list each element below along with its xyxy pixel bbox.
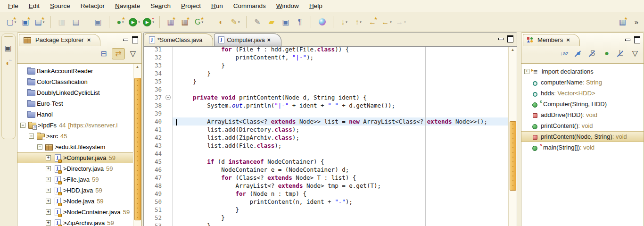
expander-icon[interactable]: + bbox=[46, 209, 51, 215]
tree-item-Directory.java[interactable]: +> Directory.java59 bbox=[17, 163, 141, 174]
expander-icon[interactable]: + bbox=[46, 155, 51, 160]
editor-tab-SomeClass.java[interactable]: J*SomeClass.java bbox=[145, 33, 213, 46]
new-project-button[interactable]: ▣★ bbox=[19, 16, 32, 28]
code-area[interactable]: 31 for (File f : hdd.get(File.class)) {3… bbox=[144, 47, 517, 226]
close-icon[interactable]: × bbox=[566, 36, 570, 43]
code-line-48[interactable]: 48 ArrayList<? extends Node> tmp = e.get… bbox=[144, 182, 517, 190]
expander-icon[interactable]: + bbox=[46, 199, 51, 204]
expander-icon[interactable]: + bbox=[46, 188, 51, 193]
tree-item-Euro-Test[interactable]: Euro-Test bbox=[17, 98, 141, 109]
tree-item-ColorClassification[interactable]: ColorClassification bbox=[17, 76, 141, 87]
tree-item-src[interactable]: −> src45 bbox=[17, 131, 141, 142]
maximize-icon[interactable] bbox=[132, 36, 138, 43]
tree-item-BankAccountReader[interactable]: BankAccountReader bbox=[17, 66, 141, 76]
java-perspective-button[interactable] bbox=[315, 16, 329, 28]
run-button[interactable]: ▶▾ bbox=[128, 16, 141, 28]
view-menu-button[interactable]: ▽ bbox=[629, 48, 641, 59]
expander-icon[interactable]: + bbox=[46, 220, 51, 226]
open-type-button[interactable]: ◐ bbox=[215, 16, 228, 28]
menu-source[interactable]: Source bbox=[45, 1, 75, 11]
prev-annotation-button[interactable]: ↑▾ bbox=[352, 16, 365, 28]
collapse-all-button[interactable]: ⊟ bbox=[98, 49, 110, 59]
code-line-36[interactable]: 36 bbox=[144, 85, 517, 93]
expander-icon[interactable]: + bbox=[46, 166, 51, 171]
menu-refactor[interactable]: Refactor bbox=[75, 1, 110, 11]
member-hdds[interactable]: hdds : Vector<HDD> bbox=[521, 88, 644, 99]
tree-item-Node.java[interactable]: +> Node.java59 bbox=[17, 196, 141, 207]
code-line-40[interactable]: 40 ArrayList<Class<? extends Node>> list… bbox=[144, 117, 517, 126]
last-edit-location-button[interactable]: ←★ bbox=[366, 16, 379, 28]
minimize-icon[interactable] bbox=[498, 37, 503, 41]
tree-item-ZipArchiv.java[interactable]: +> ZipArchiv.java59 bbox=[17, 218, 141, 226]
link-editor-button[interactable]: ⇄ bbox=[112, 48, 125, 59]
mark-occurrences-button[interactable]: ✎ bbox=[251, 16, 264, 28]
minimize-icon[interactable] bbox=[625, 38, 630, 42]
menu-edit[interactable]: Edit bbox=[24, 1, 45, 11]
tree-item-Computer.java[interactable]: +> Computer.java59 bbox=[17, 152, 141, 163]
show-source-button[interactable]: ▣ bbox=[279, 16, 292, 28]
menu-file[interactable]: File bbox=[3, 1, 24, 11]
code-line-34[interactable]: 34 } bbox=[144, 69, 517, 77]
fold-collapse-icon[interactable]: − bbox=[165, 95, 171, 100]
open-perspective-button[interactable]: ◐← bbox=[2, 57, 14, 69]
code-line-38[interactable]: 38 System.out.println("|-" + ident + " "… bbox=[144, 101, 517, 109]
maximize-icon[interactable] bbox=[507, 35, 513, 42]
scroll-up-icon[interactable]: ▲ bbox=[133, 64, 141, 70]
copy-button[interactable]: ▣ bbox=[91, 16, 105, 28]
code-line-53[interactable]: 53 } bbox=[144, 222, 517, 226]
back-button[interactable]: ←▾ bbox=[380, 16, 393, 28]
next-annotation-button[interactable]: ↓▾ bbox=[338, 16, 351, 28]
code-line-31[interactable]: 31 for (File f : hdd.get(File.class)) { bbox=[144, 47, 517, 53]
close-icon[interactable]: × bbox=[87, 36, 91, 43]
code-line-52[interactable]: 52 } bbox=[144, 214, 517, 222]
code-line-43[interactable]: 43 list.add(File.class); bbox=[144, 142, 517, 150]
expander-icon[interactable]: − bbox=[29, 134, 34, 139]
menu-navigate[interactable]: Navigate bbox=[110, 1, 145, 11]
expander-icon[interactable]: + bbox=[524, 69, 529, 74]
editor-tab-Computer.java[interactable]: JComputer.java× bbox=[214, 33, 281, 46]
tree-item-Hanoi[interactable]: Hanoi bbox=[17, 109, 141, 120]
code-line-35[interactable]: 35 } bbox=[144, 77, 517, 85]
tree-item-DoublyLinkedCyclicList[interactable]: DoublyLinkedCyclicList bbox=[17, 87, 141, 98]
scroll-up-icon[interactable]: ▲ bbox=[509, 47, 517, 53]
view-menu-button[interactable]: ▽ bbox=[127, 49, 139, 59]
search-menu-button[interactable]: ✎▾ bbox=[229, 16, 242, 28]
member-addDrive(HDD)[interactable]: addDrive(HDD) : void bbox=[521, 109, 644, 120]
menu-window[interactable]: Window bbox=[271, 1, 304, 11]
code-line-50[interactable]: 50 printContent(n, ident + "-"); bbox=[144, 198, 517, 206]
code-line-41[interactable]: 41 list.add(Directory.class); bbox=[144, 126, 517, 134]
highlighter-button[interactable]: ▰ bbox=[265, 16, 278, 28]
toolbar-overflow-chevron[interactable]: » bbox=[630, 18, 642, 26]
drag-handle[interactable] bbox=[4, 36, 13, 37]
tree-item-NodeContainer.java[interactable]: +> NodeContainer.java59 bbox=[17, 207, 141, 218]
code-line-32[interactable]: 32 printContent(f, "|-"); bbox=[144, 53, 517, 61]
tree-item-HDD.java[interactable]: +> HDD.java59 bbox=[17, 185, 141, 196]
import-wizard-button[interactable]: ▦★ bbox=[164, 16, 177, 28]
expander-icon[interactable]: − bbox=[37, 144, 42, 150]
print-button[interactable]: ▤ bbox=[69, 16, 83, 28]
package-explorer-scrollbar[interactable]: ▲ bbox=[133, 64, 141, 226]
code-line-46[interactable]: 46 NodeContainer e = (NodeContainer) d; bbox=[144, 166, 517, 174]
minimize-icon[interactable] bbox=[123, 38, 128, 42]
code-line-51[interactable]: 51 } bbox=[144, 206, 517, 214]
menu-search[interactable]: Search bbox=[145, 1, 176, 11]
editor-scrollbar[interactable]: ▲ bbox=[508, 47, 517, 226]
scrollbar-thumb[interactable] bbox=[510, 121, 516, 191]
hide-local-types-button[interactable]: L bbox=[615, 48, 627, 59]
tab-members[interactable]: Members × bbox=[523, 34, 580, 46]
code-line-49[interactable]: 49 for (Node n : tmp) { bbox=[144, 190, 517, 198]
new-wizard-button[interactable]: ▢★▾ bbox=[5, 16, 18, 28]
member-Computer(String, HDD)[interactable]: cComputer(String, HDD) bbox=[521, 99, 644, 109]
tree-item-File.java[interactable]: +> File.java59 bbox=[17, 174, 141, 185]
member-printContent(Node, String)[interactable]: printContent(Node, String) : void bbox=[521, 131, 644, 142]
maximize-icon[interactable] bbox=[634, 36, 640, 43]
menu-commands[interactable]: Commands bbox=[228, 1, 271, 11]
expander-icon[interactable]: + bbox=[46, 177, 51, 182]
code-line-39[interactable]: 39 bbox=[144, 109, 517, 117]
menu-project[interactable]: Project bbox=[176, 1, 206, 11]
tree-item-edu.kit.filesystem[interactable]: −> edu.kit.filesystem bbox=[17, 142, 141, 152]
show-whitespace-button[interactable]: ¶ bbox=[293, 16, 306, 28]
tab-package-explorer[interactable]: Package Explorer × bbox=[19, 34, 100, 46]
member-import declarations[interactable]: +import declarations bbox=[521, 66, 644, 77]
tree-item-IpdFs[interactable]: −> IpdFs44[https://svnserver.i bbox=[17, 120, 141, 131]
